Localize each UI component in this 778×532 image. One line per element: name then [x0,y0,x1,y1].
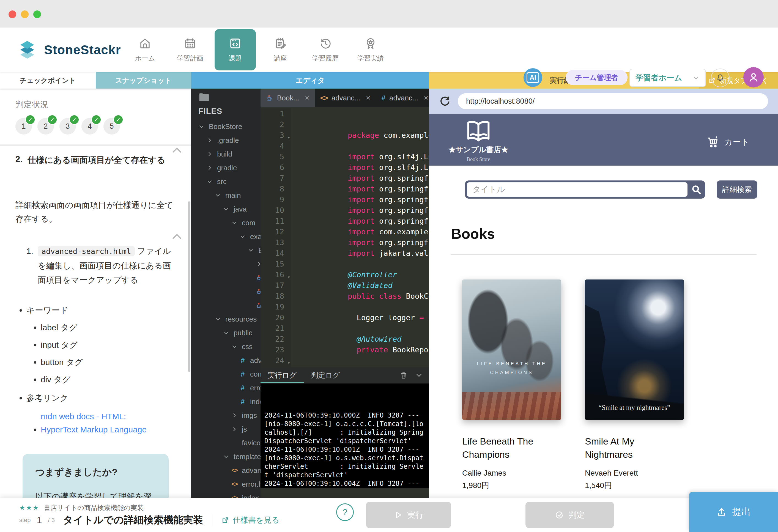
file-tree-row[interactable]: # <> java [191,202,260,216]
run-button[interactable]: 実行 [366,502,451,528]
editor-tab-java[interactable]: Book... × [260,89,315,107]
minimize-window-button[interactable] [21,10,28,18]
line-number: 17 [260,280,291,291]
css-file-icon: # [238,384,247,392]
clear-log-button[interactable] [399,371,408,379]
step-number: 1. [26,244,33,287]
judge-button[interactable]: 判定 [526,502,614,528]
close-icon[interactable]: × [366,93,370,102]
zoom-window-button[interactable] [33,10,41,18]
nav-courses[interactable]: 講座 [260,29,301,70]
tab-judge-log[interactable]: 判定ログ [304,367,347,383]
brand-logo[interactable]: StoneStackr [15,38,121,62]
close-window-button[interactable] [8,10,16,18]
workspace-select[interactable]: 学習者ホーム [629,69,706,87]
open-new-tab-button[interactable]: 新規タブで開く [699,72,778,89]
file-tree-row[interactable]: # <> resources [191,312,260,326]
ai-assistant-button[interactable]: AI [524,68,542,87]
editor-tab-html[interactable]: <> advanc... × [315,89,376,107]
file-tree-row[interactable]: # <> error.htm [191,477,260,491]
file-tree-row[interactable]: # <> build [191,147,260,161]
url-input[interactable]: http://localhost:8080/ [458,93,768,109]
notifications-button[interactable] [711,69,729,87]
collapse-step-button[interactable] [172,233,182,239]
file-tree-row[interactable]: # <> Book [191,298,260,312]
book-card[interactable]: “Smile at my nightmares” Smile At My Nig… [585,280,684,491]
file-tree-row[interactable]: # <> css [191,340,260,354]
book-cover[interactable]: LIFE BENEATH THE CHAMPIONS [462,280,561,420]
file-tree-row[interactable]: # <> BookS [191,243,260,257]
file-tree-row[interactable]: # <> Book [191,271,260,285]
mdn-link[interactable]: mdn web docs - HTML: HyperText Markup La… [41,410,162,436]
file-tree-row[interactable]: # <> js [191,422,260,436]
code-line: 18 Logger logger = LoggerFactory.getLogg… [260,291,429,301]
title-search-input[interactable]: タイトル [467,182,688,197]
file-tree-label: gradle [217,164,237,172]
refresh-button[interactable] [439,95,451,107]
editor-tab-label: advanc... [331,94,361,102]
nav-assignments[interactable]: 課題 [215,29,256,70]
file-tree-row[interactable]: # <> mode [191,257,260,271]
user-avatar[interactable] [743,67,764,87]
file-tree-row[interactable]: # <> imgs [191,408,260,422]
tab-checkpoint[interactable]: チェックポイント [0,72,96,89]
book-title: Life Beneath The Champions [462,435,553,461]
nav-learning-history[interactable]: 学習履歴 [305,29,346,70]
book-cover[interactable]: “Smile at my nightmares” [585,280,684,420]
checkpoint-circle[interactable]: 1 ✓ [15,118,32,135]
nav-learning-plan[interactable]: 学習計画 [169,29,211,70]
checkpoint-circle[interactable]: 5 ✓ [103,118,120,135]
advanced-search-button[interactable]: 詳細検索 [717,180,757,199]
book-card[interactable]: LIFE BENEATH THE CHAMPIONS Life Beneath … [462,280,561,491]
file-tree-row[interactable]: # <> comm [191,367,260,381]
checkpoint-circle[interactable]: 2 ✓ [37,118,54,135]
nav-home[interactable]: ホーム [124,29,166,70]
file-tree-row[interactable]: # <> templates [191,450,260,463]
collapse-section-button[interactable] [172,147,182,153]
cart-button[interactable]: カート [706,135,750,149]
close-icon[interactable]: × [305,93,309,102]
file-tree-row[interactable]: # <> advance [191,463,260,477]
tab-run-log[interactable]: 実行ログ [260,367,304,383]
collapse-log-button[interactable] [415,371,423,379]
file-tree-row[interactable]: # <> com [191,216,260,230]
view-spec-link[interactable]: 仕様書を見る [221,515,279,525]
help-button[interactable]: ? [336,504,354,521]
file-tree-row[interactable]: # <> error.c [191,381,260,395]
code-line-text: import org.slf4j.LoggerFactory; [291,141,429,151]
shop-logo[interactable]: ★サンプル書店★ Book Store [447,118,510,162]
file-tree-label: templates [234,453,260,461]
code-line-text: @GetMapping(value = "/") [291,345,429,355]
chevron-down-icon [415,371,423,379]
checkpoint-panel-scrollbar[interactable] [188,201,190,372]
line-number: 10 [260,205,291,216]
editor-tab-css[interactable]: # advanc... × [376,89,429,107]
tab-snapshot[interactable]: スナップショット [96,72,191,89]
file-tree-row[interactable]: # <> main [191,188,260,202]
folder-icon [199,92,260,102]
nav-achievements[interactable]: 学習実績 [350,29,391,70]
code-token: = [419,313,424,322]
file-tree-label: error.htm [242,480,260,488]
file-tree-row[interactable]: # <> favicon. [191,436,260,450]
close-icon[interactable]: × [424,93,429,102]
code-line: 9 import org.springframework.ui.Model; [260,194,429,205]
file-tree-row[interactable]: # <> index.ht [191,491,260,498]
checkpoint-circle[interactable]: 4 ✓ [81,118,98,135]
file-tree-row[interactable]: # <> gradle [191,161,260,175]
file-tree-row[interactable]: # <> .gradle [191,133,260,147]
file-tree-row[interactable]: # <> src [191,175,260,188]
code-line-text [291,280,357,291]
file-tree-row[interactable]: # <> BookStore [191,120,260,133]
log-output[interactable]: 2024-11-06T00:39:10.000Z INFO 3287 --- [… [260,383,429,488]
checkpoint-circle[interactable]: 3 ✓ [60,118,76,135]
book-cover-caption: LIFE BENEATH THE CHAMPIONS [462,360,561,377]
file-tree-row[interactable]: # <> advanc [191,354,260,367]
file-tree-row[interactable]: # <> example [191,230,260,243]
file-tree-row[interactable]: # <> public [191,326,260,340]
file-tree-row[interactable]: # <> Book [191,285,260,298]
search-button[interactable] [688,184,705,195]
file-tree-row[interactable]: # <> index.c [191,395,260,408]
submit-button[interactable]: 提出 [689,492,778,532]
code-line-text [291,334,357,345]
